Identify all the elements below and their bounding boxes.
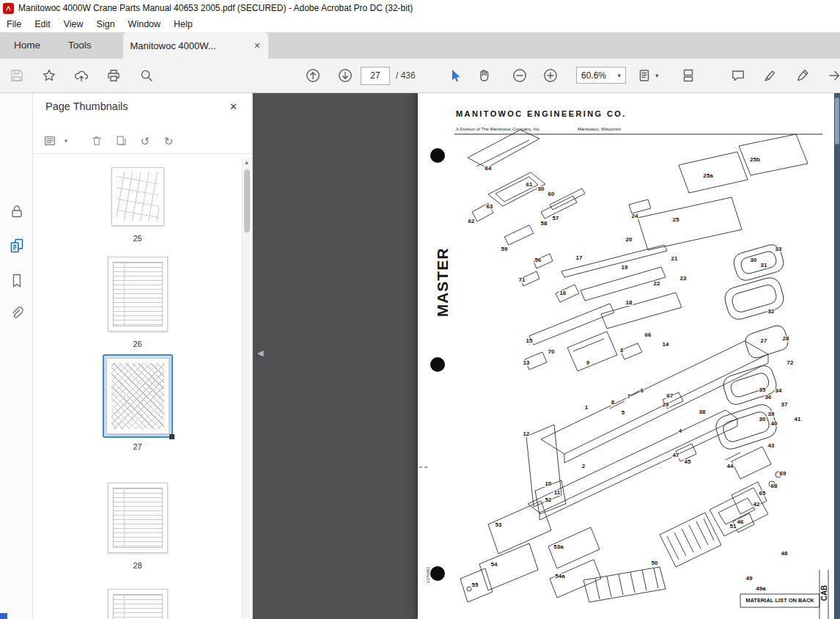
part-number-label: 66 <box>644 332 652 338</box>
scrollbar-thumb[interactable] <box>835 98 839 144</box>
thumbnail-frame <box>104 585 172 619</box>
part-number-label: 52 <box>545 497 553 503</box>
chevron-down-icon[interactable]: ▾ <box>58 133 74 149</box>
cloud-upload-button[interactable] <box>73 67 89 84</box>
thumbnail-sketch <box>111 363 164 429</box>
star-favorite-button[interactable] <box>41 67 57 84</box>
menu-bar: File Edit View Sign Window Help <box>0 16 840 32</box>
lock-icon[interactable] <box>7 202 26 221</box>
page-thumbnails-icon[interactable] <box>7 236 26 255</box>
thumbnail-options-icon[interactable] <box>42 133 58 149</box>
document-scrollbar[interactable] <box>834 93 840 619</box>
window-title: Manitowoc 4000W Crane Parts Manual 40653… <box>18 3 413 13</box>
part-number-label: 12 <box>523 431 531 437</box>
part-number-label: 54 <box>490 562 498 568</box>
share-button[interactable] <box>827 67 840 84</box>
menu-help[interactable]: Help <box>167 19 199 29</box>
part-number-label: 63 <box>486 204 494 210</box>
highlight-button[interactable] <box>762 67 778 84</box>
part-number-label: 14 <box>662 342 670 348</box>
part-number-label: 7 <box>627 394 631 400</box>
scrollbar-thumb[interactable] <box>244 169 250 232</box>
sign-button[interactable] <box>795 67 811 84</box>
menu-sign[interactable]: Sign <box>90 19 122 29</box>
print-button[interactable] <box>106 67 122 84</box>
part-number-label: 15 <box>526 338 534 344</box>
next-page-button[interactable] <box>337 67 353 84</box>
part-number-label: 8 <box>611 400 615 406</box>
page-thumbnail[interactable]: 26 <box>33 253 242 348</box>
tab-home[interactable]: Home <box>0 32 54 59</box>
zoom-level-dropdown[interactable]: 60.6% ▾ <box>576 67 626 84</box>
scroll-up-arrow[interactable]: ▲ <box>243 158 251 168</box>
scroll-mode-button[interactable] <box>680 67 696 84</box>
part-number-label: 3 <box>619 348 624 354</box>
tab-document[interactable]: Manitowoc 4000W... ✕ <box>123 32 268 59</box>
part-number-label: 25 <box>672 217 680 223</box>
thumbnail-frame <box>108 164 168 230</box>
zoom-in-button[interactable] <box>542 67 559 84</box>
tab-close-icon[interactable]: ✕ <box>254 41 260 51</box>
part-number-label: 1 <box>584 405 589 411</box>
page-count-label: / 436 <box>396 70 416 81</box>
bookmarks-icon[interactable] <box>7 271 26 290</box>
panel-close-icon[interactable]: ✕ <box>229 101 237 112</box>
page-thumbnails-panel: Page Thumbnails ✕ ▾ ↺ ↻ 25 <box>33 93 253 619</box>
page-thumbnail[interactable]: 28 <box>33 479 242 570</box>
thumbnail-sketch <box>113 488 163 548</box>
part-number-label: 49 <box>745 576 754 582</box>
rotate-ccw-icon[interactable]: ↺ <box>137 133 153 149</box>
delete-pages-icon[interactable] <box>89 133 105 149</box>
part-number-label: 46 <box>737 519 745 525</box>
menu-view[interactable]: View <box>57 19 90 29</box>
comment-button[interactable] <box>730 67 746 84</box>
part-number-label: 72 <box>786 360 795 366</box>
part-number-label: 21 <box>671 256 679 262</box>
part-number-label: 38 <box>699 409 707 415</box>
page-display-button[interactable] <box>636 67 652 84</box>
menu-window[interactable]: Window <box>122 19 167 29</box>
part-number-label: 48 <box>781 551 789 557</box>
part-number-label: 25a <box>702 173 713 179</box>
acrobat-logo-icon <box>3 3 14 14</box>
part-number-label: 30 <box>750 257 758 263</box>
save-button[interactable] <box>9 67 25 84</box>
attachments-icon[interactable] <box>7 304 26 323</box>
part-number-label: 24 <box>631 213 639 219</box>
menu-file[interactable]: File <box>0 19 28 29</box>
zoom-out-button[interactable] <box>512 67 528 84</box>
thumbnail-image <box>108 483 168 553</box>
part-number-label: 61 <box>526 182 534 188</box>
panel-collapse-icon[interactable]: ◀ <box>257 348 263 358</box>
part-number-label: 9 <box>586 360 590 366</box>
thumbnail-page-number: 27 <box>133 442 141 451</box>
part-number-label: 30 <box>759 417 767 422</box>
rotate-cw-icon[interactable]: ↻ <box>161 133 177 149</box>
thumbnail-frame <box>103 354 173 438</box>
part-number-label: 13 <box>523 360 531 366</box>
thumbnail-page-number: 26 <box>133 340 141 348</box>
document-tab-label: Manitowoc 4000W... <box>130 40 250 51</box>
part-number-label: 62 <box>468 219 476 224</box>
hand-tool-button[interactable] <box>476 67 493 84</box>
search-icon[interactable] <box>139 67 155 84</box>
select-tool-button[interactable] <box>447 67 463 84</box>
page-thumbnail[interactable]: 25 <box>33 164 242 243</box>
part-number-label: 35 <box>759 387 767 393</box>
menu-edit[interactable]: Edit <box>28 19 57 29</box>
thumbnails-scrollbar[interactable]: ▲ <box>242 158 251 619</box>
zoom-level-value: 60.6% <box>581 70 606 81</box>
part-number-label: 70 <box>548 349 556 355</box>
chevron-down-icon[interactable]: ▾ <box>655 72 659 79</box>
page-number-input[interactable]: 27 <box>361 67 390 85</box>
page-thumbnail[interactable]: 27 <box>33 354 242 451</box>
part-number-label: 17 <box>575 255 583 261</box>
part-number-label: 36 <box>765 395 773 400</box>
part-number-label: 31 <box>760 263 768 268</box>
page-thumbnail[interactable]: 29 <box>33 585 242 619</box>
tab-tools[interactable]: Tools <box>54 32 106 59</box>
part-number-label: 53a <box>553 544 564 550</box>
part-number-label: 40 <box>770 421 778 427</box>
previous-page-button[interactable] <box>305 67 321 84</box>
extract-pages-icon[interactable] <box>114 133 130 149</box>
